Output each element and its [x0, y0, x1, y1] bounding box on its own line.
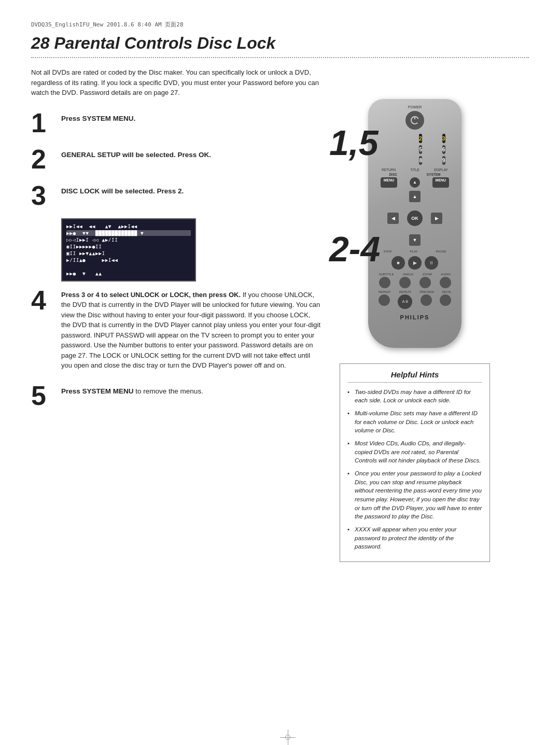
- step-5-number: 5: [31, 382, 56, 409]
- nav-up-btn[interactable]: ▲: [409, 191, 421, 202]
- spacer-left3: [384, 156, 399, 165]
- btn-6[interactable]: 6: [442, 145, 445, 154]
- angle-label: ANGLE: [403, 273, 413, 276]
- step-5-normal: to remove the menus.: [135, 387, 203, 395]
- play-btn[interactable]: ▶: [408, 256, 422, 270]
- right-content: 1,5 2-4 POWER: [332, 109, 498, 562]
- osd-row-1: ▶▶I◀◀ ◀◀ ▲▼ ▲▶▶I◀◀: [66, 223, 191, 229]
- nav-area: OK ▲ ▼ ◀ ▶: [386, 190, 443, 247]
- intro-text: Not all DVDs are rated or coded by the D…: [31, 67, 332, 98]
- step-4-body: Press 3 or 4 to select UNLOCK or LOCK, t…: [61, 287, 321, 371]
- stop-btn[interactable]: ■: [391, 256, 405, 270]
- preview-btn[interactable]: [421, 294, 432, 306]
- subtitle-btn[interactable]: [379, 277, 390, 288]
- osd-row-4: ◉II▶▶▶▶▶●II: [66, 244, 191, 249]
- step-1-bold: Press SYSTEM MENU.: [61, 115, 135, 122]
- mute-btn[interactable]: [440, 294, 451, 306]
- title-divider: [31, 57, 529, 58]
- stop-label: STOP: [383, 250, 391, 253]
- step-5-text: Press SYSTEM MENU to remove the menus.: [61, 382, 203, 397]
- step-3-text: DISC LOCK will be selected. Press 2.: [61, 182, 184, 196]
- osd-row-7: [66, 264, 191, 270]
- step-1-number: 1: [31, 109, 56, 136]
- step-4-row: 4 Press 3 or 4 to select UNLOCK or LOCK,…: [31, 287, 321, 371]
- bottom-labels-row1: SUBTITLE ANGLE ZOOM AUDIO: [374, 273, 455, 276]
- step-3-bold: DISC LOCK will be selected. Press 2.: [61, 187, 184, 195]
- up-small-btn[interactable]: ▲: [410, 177, 420, 188]
- nav-right-btn[interactable]: ▶: [431, 213, 442, 224]
- overlay-number-15: 1,5: [329, 125, 379, 160]
- repeat1-btn[interactable]: [379, 294, 390, 306]
- step-2-text: GENERAL SETUP will be selected. Press OK…: [61, 146, 211, 160]
- step-2-row: 2 GENERAL SETUP will be selected. Press …: [31, 146, 321, 173]
- power-icon: [410, 116, 419, 125]
- osd-row-3: ▷▷◁I▶▶I ◁◁ ▲▶/II: [66, 237, 191, 243]
- nav-down-btn[interactable]: ▼: [409, 234, 421, 246]
- ok-btn[interactable]: OK: [407, 210, 423, 226]
- overlay-15-text: 1,5: [329, 123, 379, 162]
- number-row-1: 2 3: [374, 134, 455, 143]
- transport-labels: STOP PLAY PAUSE: [374, 250, 455, 253]
- hint-1: Two-sided DVDs may have a different ID f…: [347, 388, 482, 405]
- crosshair-circle: [285, 735, 290, 740]
- return-label: RETURN: [382, 168, 396, 172]
- hints-title: Helpful Hints: [347, 370, 482, 383]
- step-4-number: 4: [31, 287, 56, 314]
- osd-row-8: ▶▶● ▼ ▲▲: [66, 271, 191, 276]
- sys-menu-btn[interactable]: MENU: [432, 177, 450, 188]
- pause-btn[interactable]: II: [425, 256, 438, 270]
- left-content: 1 Press SYSTEM MENU. 2 GENERAL SETUP wil…: [31, 109, 332, 418]
- play-label: PLAY: [410, 250, 418, 253]
- system-label: SYSTEM: [427, 173, 441, 176]
- power-icon-svg: [410, 116, 419, 125]
- osd-row-6: ▶/II▲● ▶▶I◀◀: [66, 257, 191, 263]
- audio-label: AUDIO: [441, 273, 451, 276]
- number-row-2: 5 6: [374, 145, 455, 154]
- mute-label: MUTE: [442, 290, 451, 293]
- repeat2-label: REPEAT: [399, 290, 412, 293]
- page-container: DVDQ35_EnglishIFU_New 2001.8.6 8:40 AM 页…: [0, 0, 560, 745]
- hint-2: Multi-volume Disc sets may have a differ…: [347, 409, 482, 435]
- nav-left-btn[interactable]: ◀: [387, 213, 399, 224]
- osd-row-2: ▶▶● ▼▼ █████████████ ▼: [66, 230, 191, 236]
- bottom-btns-row1: [374, 277, 455, 288]
- spacer-left2: [384, 145, 399, 154]
- file-header: DVDQ35_EnglishIFU_New 2001.8.6 8:40 AM 页…: [31, 21, 529, 29]
- brand-label: PHILIPS: [374, 314, 455, 320]
- labels-row-1: RETURN TITLE DISPLAY: [374, 168, 455, 172]
- osd-screen: ▶▶I◀◀ ◀◀ ▲▼ ▲▶▶I◀◀ ▶▶● ▼▼ █████████████ …: [61, 218, 196, 282]
- angle-btn[interactable]: [399, 277, 411, 288]
- power-button[interactable]: [405, 111, 424, 130]
- bottom-labels-row2: REPEAT REPEAT PREVIEW MUTE: [374, 290, 455, 293]
- zoom-btn[interactable]: [419, 277, 431, 288]
- btn-8[interactable]: 8: [419, 156, 422, 165]
- number-row-3: 8 9: [374, 156, 455, 165]
- overlay-24-text: 2-4: [329, 229, 380, 269]
- btn-5[interactable]: 5: [419, 145, 422, 154]
- step-5-bold: Press SYSTEM MENU: [61, 387, 134, 395]
- step-3-number: 3: [31, 182, 56, 209]
- display-label: DISPLAY: [434, 168, 448, 172]
- zoom-label: ZOOM: [423, 273, 432, 276]
- preview-label: PREVIEW: [419, 290, 434, 293]
- subtitle-label: SUBTITLE: [379, 273, 394, 276]
- crosshair-symbol: [280, 729, 296, 745]
- btn-3[interactable]: 3: [442, 134, 445, 143]
- disc-menu-btn[interactable]: MENU: [381, 177, 398, 188]
- audio-btn[interactable]: [440, 277, 451, 288]
- remote-wrapper: 1,5 2-4 POWER: [358, 99, 472, 348]
- osd-row-5: ▣II ▶▶▼▲▲▶▶I: [66, 250, 191, 256]
- hint-4: Once you enter your password to play a L…: [347, 469, 482, 521]
- page-title: 28 Parental Controls Disc Lock: [31, 34, 529, 53]
- repeat2-ab-btn[interactable]: A-B: [398, 294, 412, 309]
- overlay-number-24: 2-4: [329, 231, 380, 266]
- title-label: TITLE: [410, 168, 419, 172]
- bottom-btns-row2: A-B: [374, 294, 455, 309]
- helpful-hints-box: Helpful Hints Two-sided DVDs may have a …: [340, 363, 490, 562]
- remote-body: POWER 2 3: [368, 99, 461, 348]
- hint-3: Most Video CDs, Audio CDs, and illegally…: [347, 439, 482, 465]
- btn-2[interactable]: 2: [419, 134, 422, 143]
- pause-label: PAUSE: [436, 250, 446, 253]
- btn-9[interactable]: 9: [442, 156, 445, 165]
- power-label: POWER: [374, 105, 455, 109]
